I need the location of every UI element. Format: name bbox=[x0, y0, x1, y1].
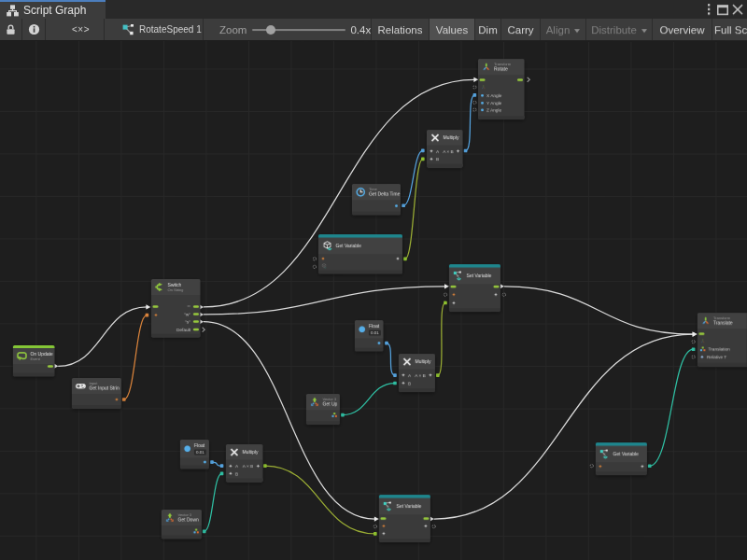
port-bar[interactable] bbox=[452, 286, 457, 288]
node-get-variable-br[interactable]: Get Variable bbox=[596, 442, 647, 475]
port-star[interactable]: A bbox=[402, 372, 411, 378]
node-float-bottom[interactable]: Float0.01 bbox=[180, 440, 209, 469]
port-dimtf[interactable] bbox=[700, 338, 706, 346]
port-fdot[interactable] bbox=[204, 461, 206, 464]
port-bar[interactable] bbox=[481, 78, 486, 81]
port-star[interactable]: B bbox=[229, 471, 238, 477]
node-switch[interactable]: SwitchOn String """w""s"Default bbox=[150, 279, 200, 338]
flow-wire[interactable] bbox=[200, 284, 449, 316]
port-bar[interactable] bbox=[493, 286, 498, 288]
value-wire[interactable] bbox=[210, 460, 223, 468]
port-star[interactable]: A × B bbox=[443, 148, 459, 154]
dim-button[interactable]: Dim bbox=[475, 19, 500, 40]
port-fdot[interactable]: Z Angle bbox=[481, 107, 501, 113]
port-fdot[interactable]: Y Angle bbox=[481, 100, 501, 105]
port-fdot[interactable]: X Angle bbox=[481, 92, 501, 98]
port-bar[interactable] bbox=[700, 333, 705, 336]
port-bar[interactable]: "s" bbox=[185, 319, 197, 325]
node-set-variable-mid[interactable]: Set Variable bbox=[449, 264, 500, 312]
node-get-input-string[interactable]: InputGet Input Strin bbox=[72, 378, 121, 409]
port-star[interactable] bbox=[424, 525, 428, 528]
port-ostar[interactable] bbox=[153, 314, 157, 317]
relations-button[interactable]: Relations bbox=[372, 19, 429, 40]
port-star[interactable]: A × B bbox=[415, 372, 431, 378]
value-wire[interactable] bbox=[648, 347, 696, 468]
node-float-mid[interactable]: Float0.01 bbox=[355, 320, 384, 352]
value-wire[interactable] bbox=[436, 301, 447, 377]
flow-wire[interactable] bbox=[200, 319, 379, 522]
port-star[interactable] bbox=[396, 257, 400, 260]
node-multiply-top[interactable]: Multiply A A × B B bbox=[427, 130, 463, 168]
values-button[interactable]: Values bbox=[430, 19, 474, 40]
maximize-button[interactable] bbox=[715, 0, 730, 19]
info-button[interactable] bbox=[22, 19, 45, 40]
value-wire[interactable] bbox=[341, 382, 397, 417]
port-fdot[interactable] bbox=[395, 204, 398, 207]
node-rotate[interactable]: TransformRotate X AngleY AngleZ Angle bbox=[478, 59, 525, 119]
overview-button[interactable]: Overview bbox=[653, 19, 712, 40]
port-bstar[interactable]: Relative T bbox=[700, 355, 726, 360]
port-bar[interactable] bbox=[382, 518, 387, 521]
full-screen-button[interactable]: Full Scre bbox=[712, 19, 747, 40]
node-vector3-get-up[interactable]: Vector 3Get Up bbox=[306, 394, 340, 425]
flow-wire[interactable] bbox=[430, 331, 698, 521]
align-button[interactable]: Align bbox=[541, 19, 585, 40]
graph-breadcrumb[interactable]: RotateSpeed 1 bbox=[105, 19, 203, 40]
port-fdot[interactable] bbox=[378, 342, 381, 344]
port-star[interactable] bbox=[494, 293, 498, 297]
port-bar[interactable] bbox=[517, 78, 522, 81]
node-get-variable-mid[interactable]: Get Variable bbox=[318, 234, 402, 274]
port-star[interactable]: A × B bbox=[242, 463, 259, 469]
graph-canvas[interactable]: TransformRotate X AngleY AngleZ Angle Mu… bbox=[0, 41, 747, 560]
port-star[interactable] bbox=[452, 301, 456, 304]
value-wire[interactable] bbox=[122, 314, 148, 401]
port-star[interactable]: B bbox=[402, 381, 411, 386]
flow-wire[interactable] bbox=[54, 304, 150, 369]
port-star[interactable]: A bbox=[430, 148, 439, 154]
node-get-delta-time[interactable]: TimeGet Delta Time bbox=[352, 184, 401, 215]
port-bar[interactable]: Default bbox=[176, 327, 197, 332]
port-bar[interactable] bbox=[153, 306, 158, 309]
value-wire[interactable] bbox=[203, 472, 224, 534]
node-set-variable-bottom[interactable]: Set Variable bbox=[379, 495, 430, 542]
port-ostar[interactable] bbox=[382, 525, 386, 528]
tab-script-graph[interactable]: Script Graph bbox=[0, 0, 106, 19]
port-star[interactable] bbox=[641, 464, 644, 468]
value-wire[interactable] bbox=[385, 342, 397, 377]
port-ostar[interactable] bbox=[452, 293, 456, 297]
node-vector3-get-down[interactable]: Vector 3Get Down bbox=[162, 510, 202, 539]
port-ostar[interactable] bbox=[115, 398, 119, 401]
port-bar[interactable]: "" bbox=[187, 304, 197, 310]
port-ostar[interactable] bbox=[321, 257, 325, 260]
carry-button[interactable]: Carry bbox=[501, 19, 540, 40]
zoom-slider-thumb[interactable] bbox=[266, 25, 275, 35]
node-translate[interactable]: TransformTranslate Translation Relative … bbox=[698, 313, 747, 367]
port-star[interactable] bbox=[382, 532, 386, 536]
port-v3[interactable] bbox=[331, 413, 337, 417]
distribute-button[interactable]: Distribute bbox=[586, 19, 652, 40]
port-bar[interactable]: "w" bbox=[184, 312, 197, 317]
node-on-update[interactable]: On UpdateEvent bbox=[13, 345, 55, 376]
value-wire[interactable] bbox=[464, 93, 476, 152]
node-multiply-mid[interactable]: Multiply A A × B B bbox=[399, 354, 435, 392]
port-dimtf[interactable] bbox=[481, 83, 486, 91]
lock-button[interactable] bbox=[0, 19, 21, 40]
node-multiply-bottom[interactable]: Multiply A A × B B bbox=[226, 444, 262, 482]
flow-wire[interactable] bbox=[200, 77, 478, 310]
port-bar[interactable] bbox=[423, 518, 428, 521]
port-v3[interactable] bbox=[193, 529, 199, 534]
zoom-slider[interactable] bbox=[252, 29, 345, 31]
window-menu-button[interactable] bbox=[702, 0, 715, 19]
node-value-field[interactable]: 0.01 bbox=[194, 449, 206, 455]
port-star[interactable]: B bbox=[430, 157, 439, 162]
value-wire[interactable] bbox=[263, 464, 377, 535]
code-preview-button[interactable]: <×> bbox=[46, 19, 104, 40]
close-button[interactable] bbox=[730, 0, 745, 19]
port-v3[interactable]: Translation bbox=[700, 346, 730, 352]
value-wire[interactable] bbox=[402, 149, 424, 208]
flow-wire[interactable] bbox=[500, 284, 698, 336]
port-ostar[interactable] bbox=[599, 464, 602, 468]
port-bar[interactable] bbox=[48, 365, 52, 368]
node-value-field[interactable]: 0.01 bbox=[369, 330, 381, 336]
port-star[interactable]: A bbox=[229, 463, 238, 469]
